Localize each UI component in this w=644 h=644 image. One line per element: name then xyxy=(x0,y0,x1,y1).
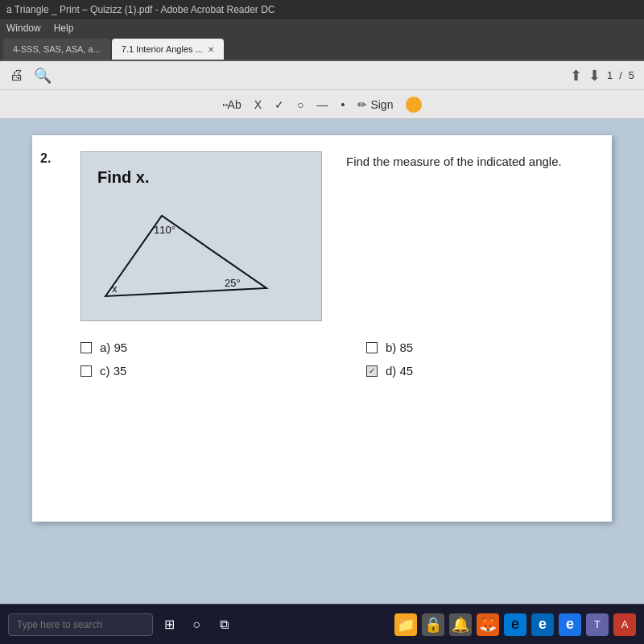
check-tool[interactable]: ✓ xyxy=(275,98,284,111)
line-tool[interactable]: — xyxy=(317,98,328,111)
lock-icon[interactable]: 🔒 xyxy=(422,613,444,636)
color-dot[interactable] xyxy=(406,97,422,113)
angle-110-label: 110° xyxy=(154,224,175,236)
svg-marker-0 xyxy=(105,216,266,296)
search-icon[interactable]: 🔍 xyxy=(34,67,52,85)
ie-icon[interactable]: e xyxy=(559,613,581,636)
angle-25-label: 25° xyxy=(225,277,241,289)
find-x-label: Find x. xyxy=(97,168,149,187)
red-icon[interactable]: A xyxy=(613,613,636,636)
main-content: 2. Find x. 110° 25° x xyxy=(0,119,644,604)
checkbox-d[interactable] xyxy=(366,365,378,377)
page-down-icon[interactable]: ⬇ xyxy=(588,67,601,85)
tab-interior-angles[interactable]: 7.1 Interior Angles ... ✕ xyxy=(112,39,224,60)
answer-b-label: b) 85 xyxy=(386,341,413,354)
checkbox-c[interactable] xyxy=(80,365,92,377)
search-input[interactable] xyxy=(8,613,153,636)
page-navigation: ⬆ ⬇ 1 / 5 xyxy=(570,67,634,85)
diagram-box: Find x. 110° 25° x xyxy=(80,151,322,321)
tab-sss[interactable]: 4-SSS, SAS, ASA, a... xyxy=(3,39,110,60)
answer-d-label: d) 45 xyxy=(386,364,413,378)
tab-interior-label: 7.1 Interior Angles ... xyxy=(122,44,203,54)
checkbox-b[interactable] xyxy=(366,342,378,353)
menu-help[interactable]: Help xyxy=(54,23,74,34)
answer-b[interactable]: b) 85 xyxy=(366,341,588,354)
dot-tool[interactable]: • xyxy=(341,98,345,111)
answer-c-label: c) 35 xyxy=(100,364,126,378)
angle-x-label: x xyxy=(112,283,118,295)
question-number: 2. xyxy=(40,151,51,166)
sign-label: Sign xyxy=(370,98,393,111)
title-bar: a Triangle _ Print – Quizizz (1).pdf - A… xyxy=(0,0,644,19)
sign-tool[interactable]: ✏ Sign xyxy=(357,98,393,111)
text-tool[interactable]: ꟷAb xyxy=(222,98,242,111)
menu-bar: Window Help xyxy=(0,19,644,37)
title-text: a Triangle _ Print – Quizizz (1).pdf - A… xyxy=(6,4,275,15)
page-total: 5 xyxy=(629,69,634,81)
file-explorer-icon[interactable]: 📁 xyxy=(394,613,417,636)
notification-icon[interactable]: 🔔 xyxy=(449,613,472,636)
toolbar: 🖨 🔍 ⬆ ⬇ 1 / 5 xyxy=(0,61,644,90)
delete-tool[interactable]: X xyxy=(254,98,262,111)
close-icon[interactable]: ✕ xyxy=(208,45,214,54)
answer-a[interactable]: a) 95 xyxy=(80,341,302,354)
page-current: 1 xyxy=(607,69,613,81)
taskbar: ⊞ ○ ⧉ 📁 🔒 🔔 🦊 e e e T A xyxy=(0,604,644,644)
answer-a-label: a) 95 xyxy=(100,341,127,354)
pen-icon: ✏ xyxy=(357,98,367,111)
answer-d[interactable]: d) 45 xyxy=(366,364,588,378)
tab-sss-label: 4-SSS, SAS, ASA, a... xyxy=(13,44,101,54)
search-taskbar-icon[interactable]: ○ xyxy=(185,613,208,636)
page-up-icon[interactable]: ⬆ xyxy=(570,67,582,85)
print-icon[interactable]: 🖨 xyxy=(10,67,24,84)
answer-c[interactable]: c) 35 xyxy=(80,364,302,378)
system-tray: 📁 🔒 🔔 🦊 e e e T A xyxy=(394,613,636,636)
edge2-icon[interactable]: e xyxy=(531,613,554,636)
annotation-bar: ꟷAb X ✓ ○ — • ✏ Sign xyxy=(0,90,644,119)
pdf-page: 2. Find x. 110° 25° x xyxy=(32,135,612,522)
teams-icon[interactable]: T xyxy=(586,613,609,636)
question-text: Find the measure of the indicated angle. xyxy=(346,151,562,168)
firefox-icon[interactable]: 🦊 xyxy=(477,613,499,636)
tab-bar: 4-SSS, SAS, ASA, a... 7.1 Interior Angle… xyxy=(0,37,644,61)
checkbox-a[interactable] xyxy=(80,342,92,353)
question-row: Find x. 110° 25° x Find the measure of t xyxy=(80,151,588,321)
triangle-diagram: 110° 25° x xyxy=(97,200,275,304)
windows-icon[interactable]: ⊞ xyxy=(158,613,180,636)
menu-window[interactable]: Window xyxy=(6,23,41,34)
task-view-icon[interactable]: ⧉ xyxy=(213,613,235,636)
answers-section: a) 95 b) 85 c) 35 d) 45 xyxy=(80,341,588,378)
circle-tool[interactable]: ○ xyxy=(297,98,303,111)
edge-icon[interactable]: e xyxy=(504,613,526,636)
page-separator: / xyxy=(619,69,622,81)
